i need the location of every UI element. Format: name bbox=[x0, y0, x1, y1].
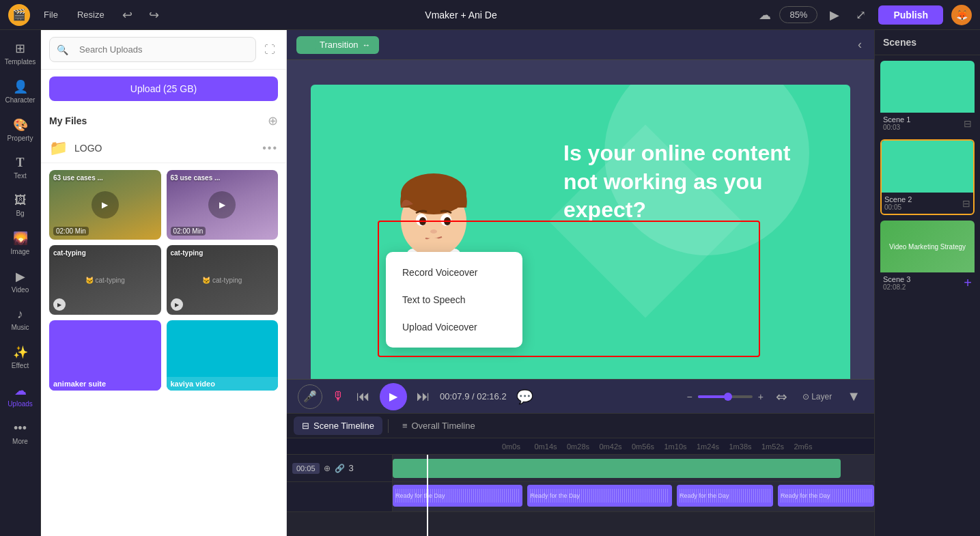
layer-chevron-btn[interactable]: ▼ bbox=[844, 386, 863, 407]
scene-block[interactable] bbox=[393, 459, 841, 478]
transition-badge[interactable]: Transition ↔ bbox=[296, 36, 379, 54]
fullscreen-btn[interactable]: ⛶ bbox=[262, 41, 278, 59]
sidebar-item-music[interactable]: ♪ Music bbox=[3, 302, 38, 337]
canvas-controls: 🎤 🎙 ⏮ ▶ ⏭ 00:07.9 / 02:16.2 💬 − bbox=[287, 379, 874, 413]
file-item-4[interactable]: 🐱 cat-typing cat-typing ▶ bbox=[167, 245, 279, 315]
sidebar-item-uploads[interactable]: ☁ Uploads bbox=[3, 378, 38, 413]
zoom-in-btn[interactable]: + bbox=[755, 389, 766, 405]
voiceover-record-btn[interactable]: 🎤 bbox=[298, 384, 322, 409]
track-row-scene: 00:05 ⊕ 🔗 3 bbox=[287, 455, 874, 482]
sidebar-item-video[interactable]: ▶ Video bbox=[3, 264, 38, 299]
file-item-5[interactable]: animaker suite bbox=[49, 320, 161, 390]
ruler-7: 1m38s bbox=[729, 442, 762, 451]
skip-forward-btn[interactable]: ⏭ bbox=[414, 386, 433, 407]
file-item-2[interactable]: ▶ 63 use cases ... 02:00 Min bbox=[167, 170, 279, 240]
ruler-1: 0m14s bbox=[535, 442, 568, 451]
logo-folder[interactable]: 📁 LOGO ••• bbox=[41, 134, 286, 163]
cloud-icon: ☁ bbox=[759, 8, 771, 23]
sidebar-item-label: Character bbox=[5, 96, 36, 104]
topbar: 🎬 File Resize ↩ ↪ Vmaker + Ani De ☁ 85% … bbox=[0, 0, 980, 30]
overall-tab-label: Overall Timeline bbox=[411, 421, 475, 431]
share-btn[interactable]: ⤢ bbox=[852, 5, 870, 25]
ruler-4: 0m56s bbox=[632, 442, 664, 451]
sidebar-item-label: Music bbox=[11, 324, 29, 331]
sidebar-item-effect[interactable]: ✨ Effect bbox=[3, 339, 38, 375]
search-input[interactable] bbox=[74, 42, 249, 57]
left-sidebar: ⊞ Templates 👤 Character 🎨 Property T Tex… bbox=[0, 30, 41, 536]
scene-track-content[interactable] bbox=[393, 455, 874, 481]
captions-btn[interactable]: 💬 bbox=[514, 386, 536, 408]
voiceover-mic-btn[interactable]: 🎙 bbox=[329, 386, 347, 406]
undo-btn[interactable]: ↩ bbox=[118, 5, 137, 25]
upload-voiceover-option[interactable]: Upload Voiceover bbox=[386, 313, 522, 341]
scene-1-menu[interactable]: ⊟ bbox=[964, 118, 972, 129]
brand-label: animaker suite bbox=[49, 377, 161, 391]
sidebar-item-character[interactable]: 👤 Character bbox=[3, 74, 38, 109]
add-scene-btn[interactable]: + bbox=[964, 275, 972, 291]
sidebar-item-image[interactable]: 🌄 Image bbox=[3, 225, 38, 261]
scene-badge: 00:05 bbox=[292, 463, 320, 474]
play-preview-btn[interactable]: ▶ bbox=[826, 5, 843, 25]
file-item-3[interactable]: 🐱 cat-typing cat-typing ▶ bbox=[49, 245, 161, 315]
redo-btn[interactable]: ↪ bbox=[145, 5, 163, 25]
my-files-header: My Files ⊕ bbox=[41, 108, 286, 134]
playhead[interactable] bbox=[427, 455, 428, 536]
file-item-1[interactable]: ▶ 63 use cases ... 02:00 Min bbox=[49, 170, 161, 240]
skip-back-btn[interactable]: ⏮ bbox=[354, 386, 373, 407]
more-icon: ••• bbox=[14, 421, 27, 436]
overall-timeline-tab[interactable]: ≡ Overall Timeline bbox=[394, 417, 484, 435]
timeline-ruler: 0m0s 0m14s 0m28s 0m42s 0m56s 1m10s 1m24s… bbox=[287, 438, 874, 455]
scene-3-thumb[interactable]: Video Marketing Strategy Scene 3 02:08.2… bbox=[880, 221, 975, 294]
character-icon: 👤 bbox=[13, 79, 28, 94]
uploads-icon: ☁ bbox=[14, 383, 27, 398]
uploads-panel: 🔍 ⛶ Upload (25 GB) My Files ⊕ 📁 LOGO •••… bbox=[41, 30, 287, 536]
ruler-3: 0m42s bbox=[600, 442, 632, 451]
text-icon: T bbox=[16, 156, 24, 170]
svg-point-7 bbox=[419, 217, 426, 225]
upload-button[interactable]: Upload (25 GB) bbox=[49, 76, 278, 101]
audio-block-1: Ready for the Day bbox=[393, 485, 522, 507]
file-label: cat-typing bbox=[171, 249, 204, 257]
publish-button[interactable]: Publish bbox=[878, 5, 943, 25]
search-icon: 🔍 bbox=[57, 44, 68, 55]
scene-2-thumb[interactable]: Scene 2 00:05 ⊟ bbox=[880, 139, 975, 215]
sidebar-item-more[interactable]: ••• More bbox=[3, 416, 38, 451]
scene-1-name: Scene 1 bbox=[883, 115, 910, 124]
svg-point-8 bbox=[444, 217, 451, 225]
sidebar-item-templates[interactable]: ⊞ Templates bbox=[3, 36, 38, 71]
play-pause-btn[interactable]: ▶ bbox=[380, 383, 407, 410]
main-canvas: Is your online content not working as yo… bbox=[311, 85, 850, 389]
audio-track-content[interactable]: Ready for the Day Ready for the Day Read… bbox=[393, 482, 874, 511]
scene-3-info: Scene 3 02:08.2 + bbox=[880, 272, 975, 294]
canvas-main-text: Is your online content not working as yo… bbox=[563, 139, 823, 225]
expand-btn[interactable]: ⇔ bbox=[773, 386, 790, 408]
scene-2-menu[interactable]: ⊟ bbox=[962, 198, 970, 209]
zoom-out-btn[interactable]: − bbox=[684, 389, 695, 405]
audio-block-2: Ready for the Day bbox=[527, 485, 672, 507]
file-label: 63 use cases ... bbox=[53, 174, 103, 182]
track-link-icon: 🔗 bbox=[335, 464, 345, 473]
property-icon: 🎨 bbox=[13, 117, 28, 132]
sidebar-item-property[interactable]: 🎨 Property bbox=[3, 112, 38, 147]
collapse-panel-btn[interactable]: ‹ bbox=[855, 32, 865, 57]
overall-tab-icon: ≡ bbox=[402, 421, 408, 431]
zoom-control[interactable]: 85% bbox=[779, 6, 817, 23]
text-to-speech-option[interactable]: Text to Speech bbox=[386, 286, 522, 313]
ruler-2: 0m28s bbox=[567, 442, 600, 451]
track-label-audio bbox=[287, 482, 393, 511]
sidebar-item-bg[interactable]: 🖼 Bg bbox=[3, 188, 38, 223]
layer-btn[interactable]: ⊙ Layer bbox=[797, 389, 837, 404]
scene-timeline-tab[interactable]: ⊟ Scene Timeline bbox=[294, 417, 382, 435]
file-menu[interactable]: File bbox=[38, 7, 64, 23]
scene-1-thumb[interactable]: Scene 1 00:03 ⊟ bbox=[880, 61, 975, 134]
add-folder-btn[interactable]: ⊕ bbox=[268, 113, 278, 128]
sidebar-item-text[interactable]: T Text bbox=[3, 150, 38, 185]
record-voiceover-option[interactable]: Record Voiceover bbox=[386, 259, 522, 286]
zoom-slider[interactable] bbox=[698, 395, 753, 398]
sidebar-item-label: Video bbox=[12, 286, 29, 294]
current-time: 00:07.9 bbox=[440, 391, 469, 401]
track-number: 3 bbox=[349, 463, 354, 473]
resize-menu[interactable]: Resize bbox=[72, 7, 110, 23]
folder-menu-btn[interactable]: ••• bbox=[262, 142, 278, 154]
file-item-6[interactable]: kaviya video bbox=[167, 320, 279, 390]
